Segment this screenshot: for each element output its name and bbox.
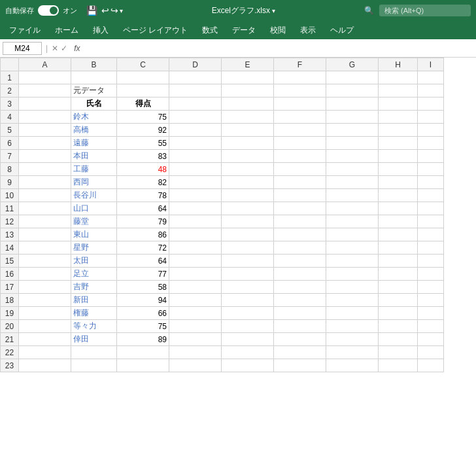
cell-f2[interactable] [274,84,326,97]
cell-d3[interactable] [169,97,222,111]
row-number[interactable]: 12 [1,215,19,228]
menu-file[interactable]: ファイル [3,22,47,39]
cell-g6[interactable] [326,137,379,150]
cell-i10[interactable] [418,189,444,202]
row-number[interactable]: 20 [1,320,19,333]
cell-d10[interactable] [169,189,222,202]
cell-e8[interactable] [222,163,274,176]
cell-b4[interactable]: 鈴木 [71,111,117,124]
cell-b8[interactable]: 工藤 [71,163,117,176]
row-number[interactable]: 11 [1,202,19,215]
row-number[interactable]: 18 [1,294,19,307]
cell-d20[interactable] [169,320,222,333]
cell-h5[interactable] [379,124,418,137]
cell-e20[interactable] [222,320,274,333]
cell-h20[interactable] [379,320,418,333]
cell-c2[interactable] [117,84,169,97]
cell-a16[interactable] [19,268,71,281]
row-number[interactable]: 2 [1,84,19,97]
menu-data[interactable]: データ [226,22,262,39]
cell-g8[interactable] [326,163,379,176]
cell-a15[interactable] [19,255,71,268]
cell-f9[interactable] [274,176,326,189]
cell-a3[interactable] [19,97,71,111]
cell-f20[interactable] [274,320,326,333]
col-header-A[interactable]: A [19,58,71,71]
cell-i8[interactable] [418,163,444,176]
filename-dropdown[interactable]: ▾ [272,7,275,14]
cell-c20[interactable]: 75 [117,320,169,333]
cell-b2[interactable]: 元データ [71,84,117,97]
cell-b1[interactable] [71,71,117,84]
cell-e2[interactable] [222,84,274,97]
cell-h23[interactable] [379,359,418,372]
row-number[interactable]: 6 [1,137,19,150]
cell-e1[interactable] [222,71,274,84]
cell-f13[interactable] [274,228,326,241]
row-number[interactable]: 14 [1,241,19,255]
cell-c3[interactable]: 得点 [117,97,169,111]
cell-d15[interactable] [169,255,222,268]
cell-e19[interactable] [222,307,274,320]
cell-i13[interactable] [418,228,444,241]
cell-b5[interactable]: 高橋 [71,124,117,137]
cell-h17[interactable] [379,281,418,294]
cell-d14[interactable] [169,241,222,255]
menu-home[interactable]: ホーム [48,22,85,39]
row-number[interactable]: 21 [1,333,19,346]
cell-i2[interactable] [418,84,444,97]
col-header-B[interactable]: B [71,58,117,71]
cell-i17[interactable] [418,281,444,294]
col-header-F[interactable]: F [274,58,326,71]
cell-i9[interactable] [418,176,444,189]
cell-c19[interactable]: 66 [117,307,169,320]
cell-d22[interactable] [169,346,222,359]
cell-e7[interactable] [222,150,274,163]
col-header-C[interactable]: C [117,58,169,71]
cell-i18[interactable] [418,294,444,307]
cell-d21[interactable] [169,333,222,346]
cell-d11[interactable] [169,202,222,215]
cell-g12[interactable] [326,215,379,228]
cell-f18[interactable] [274,294,326,307]
cell-b13[interactable]: 東山 [71,228,117,241]
cell-h1[interactable] [379,71,418,84]
cell-a11[interactable] [19,202,71,215]
cell-h3[interactable] [379,97,418,111]
row-number[interactable]: 15 [1,255,19,268]
cell-f22[interactable] [274,346,326,359]
menu-help[interactable]: ヘルプ [324,22,360,39]
col-header-G[interactable]: G [326,58,379,71]
cell-h8[interactable] [379,163,418,176]
cell-b7[interactable]: 本田 [71,150,117,163]
cell-b14[interactable]: 星野 [71,241,117,255]
cell-f4[interactable] [274,111,326,124]
cell-i4[interactable] [418,111,444,124]
cell-b11[interactable]: 山口 [71,202,117,215]
row-number[interactable]: 9 [1,176,19,189]
cell-e23[interactable] [222,359,274,372]
cell-g7[interactable] [326,150,379,163]
cell-a8[interactable] [19,163,71,176]
cell-b23[interactable] [71,359,117,372]
cell-i12[interactable] [418,215,444,228]
cell-a20[interactable] [19,320,71,333]
cell-c18[interactable]: 94 [117,294,169,307]
cell-a14[interactable] [19,241,71,255]
cell-d19[interactable] [169,307,222,320]
cell-a7[interactable] [19,150,71,163]
cell-a9[interactable] [19,176,71,189]
cell-g18[interactable] [326,294,379,307]
cell-c23[interactable] [117,359,169,372]
cell-h19[interactable] [379,307,418,320]
cell-a4[interactable] [19,111,71,124]
cell-b9[interactable]: 西岡 [71,176,117,189]
cell-e12[interactable] [222,215,274,228]
cell-h13[interactable] [379,228,418,241]
cell-b20[interactable]: 等々力 [71,320,117,333]
cell-e18[interactable] [222,294,274,307]
cell-e22[interactable] [222,346,274,359]
cell-f8[interactable] [274,163,326,176]
cell-g16[interactable] [326,268,379,281]
cell-c13[interactable]: 86 [117,228,169,241]
